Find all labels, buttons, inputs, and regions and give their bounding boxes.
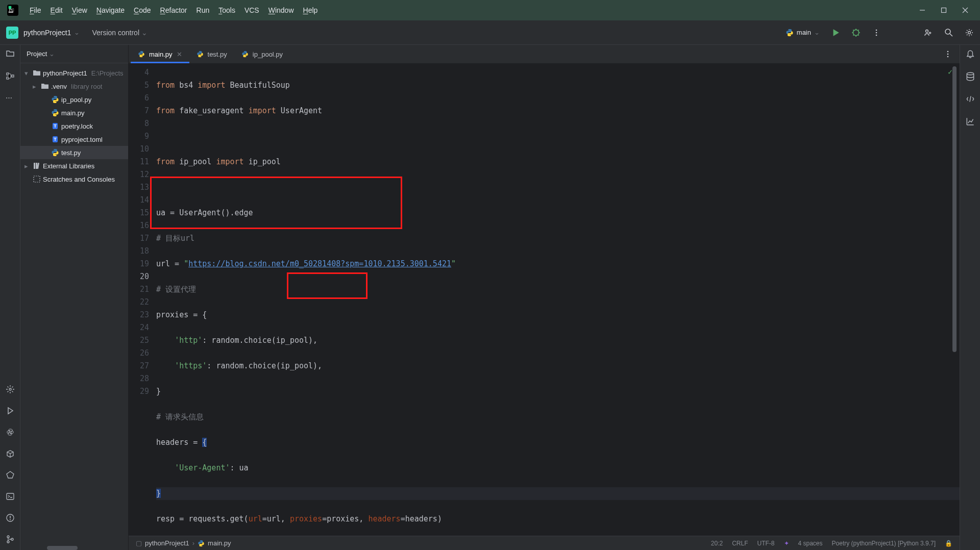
more-icon[interactable]	[872, 28, 881, 37]
breadcrumb-file[interactable]: main.py	[208, 539, 231, 547]
status-indent[interactable]: 4 spaces	[798, 540, 823, 547]
svg-point-21	[7, 541, 9, 543]
structure-icon[interactable]	[6, 71, 15, 81]
code-with-me-icon[interactable]	[924, 28, 933, 37]
settings-icon[interactable]	[965, 28, 974, 37]
svg-rect-12	[7, 73, 9, 75]
tab-ip_pool-py[interactable]: ip_pool.py	[234, 45, 290, 63]
close-icon[interactable]	[962, 7, 969, 14]
svg-rect-17	[7, 493, 14, 499]
chevron-down-icon[interactable]: ⌄	[49, 50, 55, 58]
services-icon[interactable]	[6, 385, 15, 394]
editor-content[interactable]: from bs4 import BeautifulSoup from fake_…	[156, 63, 960, 536]
minimize-icon[interactable]	[919, 7, 926, 14]
svg-rect-13	[7, 77, 9, 79]
menu-view[interactable]: View	[68, 4, 91, 16]
sciview-icon[interactable]	[965, 116, 975, 127]
project-panel-title: Project	[27, 50, 47, 58]
python-icon	[51, 95, 59, 104]
branch-label: main	[797, 29, 811, 36]
vertical-scrollbar[interactable]	[952, 66, 957, 533]
project-tool-window: Project ⌄ ▾pythonProject1E:\Projects▸.ve…	[20, 45, 129, 550]
python-icon	[138, 51, 145, 58]
notifications-icon[interactable]	[965, 49, 975, 59]
svg-point-9	[926, 30, 928, 32]
svg-point-7	[876, 32, 877, 33]
python-icon	[786, 29, 794, 37]
code-editor[interactable]: 4567891011121314151617181920212223242526…	[129, 63, 960, 536]
tree-item-test-py[interactable]: test.py	[20, 146, 128, 159]
python-icon	[51, 109, 59, 117]
more-icon[interactable]	[943, 49, 952, 59]
chevron-down-icon[interactable]: ⌄	[74, 29, 80, 36]
run-toolwindow-icon[interactable]	[6, 406, 15, 415]
folder-icon	[41, 82, 49, 90]
project-badge[interactable]: PP	[6, 27, 18, 39]
tree-item-ip_pool-py[interactable]: ip_pool.py	[20, 93, 128, 106]
menu-run[interactable]: Run	[192, 4, 214, 16]
menu-navigate[interactable]: Navigate	[92, 4, 129, 16]
project-tree[interactable]: ▾pythonProject1E:\Projects▸.venvlibrary …	[20, 63, 128, 550]
project-toolwindow-icon[interactable]	[6, 49, 15, 58]
status-interpreter[interactable]: Poetry (pythonProject1) [Python 3.9.7]	[832, 540, 936, 547]
tab-main-py[interactable]: main.py✕	[131, 45, 189, 63]
copilot-icon[interactable]: ✦	[784, 540, 789, 547]
text-file-icon: T	[51, 135, 59, 143]
tree-item-external-libraries[interactable]: ▸External Libraries	[20, 159, 128, 172]
menu-window[interactable]: Window	[264, 4, 298, 16]
menu-code[interactable]: Code	[130, 4, 155, 16]
project-selector[interactable]: pythonProject1	[23, 29, 71, 37]
tree-item--venv[interactable]: ▸.venvlibrary root	[20, 80, 128, 93]
tree-item-poetry-lock[interactable]: Tpoetry.lock	[20, 119, 128, 133]
status-encoding[interactable]: UTF-8	[757, 540, 775, 547]
svg-rect-14	[12, 75, 14, 77]
maximize-icon[interactable]	[940, 7, 947, 14]
app-logo-icon: PC	[7, 5, 18, 16]
menu-edit[interactable]: Edit	[46, 4, 67, 16]
python-packages-icon[interactable]	[6, 449, 15, 458]
python-console-icon[interactable]	[6, 428, 15, 437]
right-tool-strip	[960, 45, 980, 550]
menu-help[interactable]: Help	[299, 4, 322, 16]
scratch-icon	[33, 175, 41, 183]
tree-item-pythonproject1[interactable]: ▾pythonProject1E:\Projects	[20, 66, 128, 80]
line-number-gutter: 4567891011121314151617181920212223242526…	[129, 63, 156, 536]
svg-point-24	[947, 51, 949, 53]
tree-item-scratches-and-consoles[interactable]: Scratches and Consoles	[20, 172, 128, 186]
debug-icon[interactable]	[851, 28, 861, 37]
svg-point-6	[876, 29, 877, 31]
svg-rect-23	[34, 176, 40, 182]
version-control-button[interactable]: Version control ⌄	[92, 29, 148, 37]
tree-item-main-py[interactable]: main.py	[20, 106, 128, 119]
tree-item-pyproject-toml[interactable]: Tpyproject.toml	[20, 133, 128, 146]
git-branch-selector[interactable]: main ⌄	[786, 29, 820, 37]
svg-marker-16	[7, 471, 14, 478]
chevron-down-icon: ⌄	[814, 29, 820, 36]
close-icon[interactable]: ✕	[177, 51, 182, 58]
menu-vcs[interactable]: VCS	[240, 4, 263, 16]
status-line-sep[interactable]: CRLF	[732, 540, 748, 547]
vcs-icon[interactable]	[6, 535, 15, 544]
tab-test-py[interactable]: test.py	[189, 45, 234, 63]
ai-assistant-icon[interactable]	[965, 94, 975, 104]
database-icon[interactable]	[965, 71, 975, 82]
breadcrumb: ▢ pythonProject1 › main.py 20:2 CRLF UTF…	[129, 536, 960, 550]
python-icon	[51, 148, 59, 157]
breadcrumb-project[interactable]: pythonProject1	[145, 539, 189, 547]
inspection-ok-icon[interactable]: ✓	[948, 67, 952, 77]
search-icon[interactable]	[944, 28, 953, 37]
python-icon	[197, 51, 204, 58]
problems-icon[interactable]	[6, 513, 15, 522]
menu-refactor[interactable]: Refactor	[156, 4, 191, 16]
debug-toolwindow-icon[interactable]	[6, 470, 15, 480]
more-toolwindows-icon[interactable]: ⋯	[6, 94, 15, 103]
svg-point-19	[10, 519, 11, 520]
run-icon[interactable]	[831, 28, 840, 37]
readonly-icon[interactable]: 🔒	[945, 540, 952, 547]
svg-rect-4	[942, 8, 946, 13]
horizontal-scrollbar[interactable]	[47, 546, 78, 550]
menu-file[interactable]: File	[26, 4, 45, 16]
terminal-icon[interactable]	[6, 492, 15, 501]
menu-tools[interactable]: Tools	[214, 4, 239, 16]
status-position[interactable]: 20:2	[711, 540, 723, 547]
